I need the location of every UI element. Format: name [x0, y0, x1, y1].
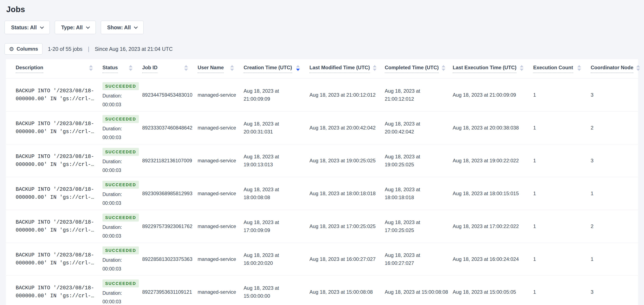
column-header-label: User Name [198, 65, 224, 73]
show-filter-dropdown[interactable]: Show: All [101, 21, 144, 34]
job-id-cell: 892285813023375363 [142, 243, 198, 275]
table-toolbar: ⚙ Columns 1-20 of 55 jobs | Since Aug 16… [4, 43, 644, 55]
sort-arrows-icon[interactable] [373, 65, 376, 71]
duration-value: 00:00:03 [102, 200, 138, 206]
status-badge: SUCCEEDED [102, 246, 139, 254]
job-id-cell: 892309368985812993 [142, 177, 198, 210]
toolbar-separator: | [88, 46, 89, 52]
duration-value: 00:00:03 [102, 299, 138, 305]
execution-count-cell: 1 [533, 275, 591, 305]
job-id-cell: 892321182136107009 [142, 144, 198, 177]
status-filter-label: Status: All [11, 25, 37, 31]
sort-arrows-icon[interactable] [184, 65, 188, 71]
sort-arrows-icon[interactable] [577, 65, 581, 71]
completed-time-cell: Aug 18, 2023 at 17:00:25:025 [385, 210, 453, 243]
table-row[interactable]: BACKUP INTO '/2023/08/18-000000.00' IN '… [6, 144, 638, 177]
creation-time-cell: Aug 18, 2023 at 18:00:08:08 [244, 177, 310, 210]
user-name-cell: managed-service [198, 275, 244, 305]
last-modified-time-cell: Aug 18, 2023 at 21:00:12:012 [310, 79, 385, 111]
sort-arrows-icon[interactable] [129, 65, 132, 71]
execution-count-cell: 1 [533, 177, 591, 210]
duration-value: 00:00:03 [102, 266, 138, 272]
table-row[interactable]: BACKUP INTO '/2023/08/18-000000.00' IN '… [6, 177, 638, 210]
column-header[interactable]: Creation Time (UTC) [244, 59, 310, 79]
job-description-link[interactable]: BACKUP INTO '/2023/08/18-000000.00' IN '… [16, 186, 97, 201]
column-header[interactable]: Status [102, 59, 142, 79]
completed-time-cell: Aug 18, 2023 at 20:00:42:042 [385, 111, 453, 144]
chevron-down-icon [134, 25, 138, 29]
column-header-label: Description [16, 65, 43, 73]
job-description-link[interactable]: BACKUP INTO '/2023/08/18-000000.00' IN '… [16, 153, 97, 168]
duration-label: Duration: [102, 192, 138, 197]
table-row[interactable]: BACKUP INTO '/2023/08/18-000000.00' IN '… [6, 111, 638, 144]
status-badge: SUCCEEDED [102, 82, 139, 90]
column-header[interactable]: Execution Count [533, 59, 591, 79]
user-name-cell: managed-service [198, 210, 244, 243]
column-header[interactable]: Coordinator Node [591, 59, 638, 79]
column-header-label: Completed Time (UTC) [385, 65, 439, 73]
table-row[interactable]: BACKUP INTO '/2023/08/18-000000.00' IN '… [6, 243, 638, 275]
column-header[interactable]: User Name [198, 59, 244, 79]
filter-bar: Status: All Type: All Show: All [4, 21, 644, 34]
creation-time-cell: Aug 18, 2023 at 20:00:31:031 [244, 111, 310, 144]
column-header[interactable]: Job ID [142, 59, 198, 79]
last-modified-time-cell: Aug 18, 2023 at 17:00:25:025 [310, 210, 385, 243]
user-name-cell: managed-service [198, 177, 244, 210]
type-filter-dropdown[interactable]: Type: All [55, 21, 96, 34]
sort-arrows-icon[interactable] [296, 65, 300, 71]
job-description-link[interactable]: BACKUP INTO '/2023/08/18-000000.00' IN '… [16, 218, 97, 234]
job-description-link[interactable]: BACKUP INTO '/2023/08/18-000000.00' IN '… [16, 284, 97, 300]
jobs-count-text: 1-20 of 55 jobs [48, 46, 82, 52]
column-header[interactable]: Last Modified Time (UTC) [310, 59, 385, 79]
status-badge: SUCCEEDED [102, 148, 139, 156]
coordinator-node-cell: 3 [591, 275, 638, 305]
coordinator-node-cell: 3 [591, 144, 638, 177]
duration-value: 00:00:03 [102, 168, 138, 173]
sort-arrows-icon[interactable] [230, 65, 234, 71]
page-title: Jobs [6, 5, 644, 14]
coordinator-node-cell: 2 [591, 210, 638, 243]
execution-count-cell: 1 [533, 210, 591, 243]
status-badge: SUCCEEDED [102, 115, 139, 123]
sort-arrows-icon[interactable] [89, 65, 93, 71]
job-description-link[interactable]: BACKUP INTO '/2023/08/18-000000.00' IN '… [16, 120, 97, 136]
job-description-link[interactable]: BACKUP INTO '/2023/08/18-000000.00' IN '… [16, 251, 97, 267]
column-header[interactable]: Last Execution Time (UTC) [453, 59, 533, 79]
duration-label: Duration: [102, 93, 138, 99]
sort-arrows-icon[interactable] [442, 65, 445, 71]
status-filter-dropdown[interactable]: Status: All [4, 21, 50, 34]
duration-label: Duration: [102, 159, 138, 165]
last-execution-time-cell: Aug 18, 2023 at 16:00:24:024 [453, 243, 533, 275]
execution-count-cell: 1 [533, 111, 591, 144]
coordinator-node-cell: 1 [591, 243, 638, 275]
table-row[interactable]: BACKUP INTO '/2023/08/18-000000.00' IN '… [6, 79, 638, 111]
chevron-down-icon [40, 25, 44, 29]
sort-arrows-icon[interactable] [636, 65, 640, 71]
column-header-label: Coordinator Node [591, 65, 633, 73]
columns-button[interactable]: ⚙ Columns [4, 43, 42, 55]
table-row[interactable]: BACKUP INTO '/2023/08/18-000000.00' IN '… [6, 275, 638, 305]
columns-button-label: Columns [16, 46, 38, 52]
since-text: Since Aug 16, 2023 at 21:04 UTC [95, 46, 172, 52]
last-modified-time-cell: Aug 18, 2023 at 18:00:18:018 [310, 177, 385, 210]
table-row[interactable]: BACKUP INTO '/2023/08/18-000000.00' IN '… [6, 210, 638, 243]
job-description-link[interactable]: BACKUP INTO '/2023/08/18-000000.00' IN '… [16, 87, 97, 103]
job-id-cell: 892333037460848642 [142, 111, 198, 144]
column-header[interactable]: Completed Time (UTC) [385, 59, 453, 79]
column-header[interactable]: Description [6, 59, 102, 79]
jobs-table: Description Status Job ID User Name [6, 59, 638, 305]
user-name-cell: managed-service [198, 243, 244, 275]
column-header-label: Last Execution Time (UTC) [453, 65, 516, 73]
last-modified-time-cell: Aug 18, 2023 at 20:00:42:042 [310, 111, 385, 144]
chevron-down-icon [86, 25, 90, 29]
duration-value: 00:00:03 [102, 102, 138, 108]
column-header-label: Execution Count [533, 65, 573, 73]
column-header-label: Creation Time (UTC) [244, 65, 292, 73]
sort-arrows-icon[interactable] [520, 65, 524, 71]
execution-count-cell: 1 [533, 79, 591, 111]
last-execution-time-cell: Aug 18, 2023 at 20:00:38:038 [453, 111, 533, 144]
completed-time-cell: Aug 18, 2023 at 15:00:08:08 [385, 275, 453, 305]
duration-value: 00:00:03 [102, 135, 138, 141]
last-execution-time-cell: Aug 18, 2023 at 17:00:22:022 [453, 210, 533, 243]
last-execution-time-cell: Aug 18, 2023 at 15:00:05:05 [453, 275, 533, 305]
